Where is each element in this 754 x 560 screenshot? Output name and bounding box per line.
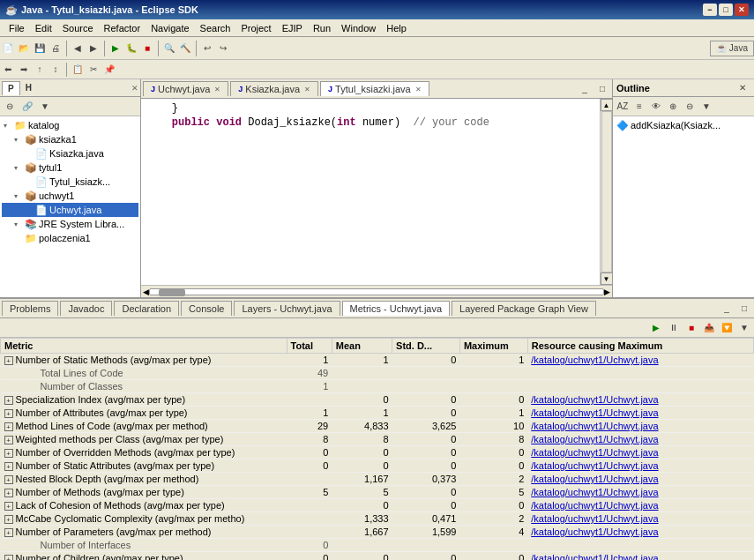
metrics-row-resource[interactable]: /katalog/uchwyt1/Uchwyt.java xyxy=(527,552,753,561)
tab-javadoc[interactable]: Javadoc xyxy=(60,301,112,316)
metrics-export[interactable]: 📤 xyxy=(701,320,717,336)
toggle-katalog[interactable]: ▾ xyxy=(4,122,14,130)
metrics-expand-btn[interactable]: + xyxy=(4,515,13,524)
toolbar-debug[interactable]: 🐛 xyxy=(123,41,139,56)
outline-close[interactable]: ✕ xyxy=(735,80,750,96)
tb2-4[interactable]: ↕ xyxy=(48,62,63,78)
outline-menu[interactable]: ▼ xyxy=(698,99,714,115)
tab-uchwyt-close[interactable]: ✕ xyxy=(214,86,220,93)
tab-uchwyt[interactable]: J Uchwyt.java ✕ xyxy=(143,81,228,96)
tab-layered-graph[interactable]: Layered Package Graph View xyxy=(452,301,596,316)
metrics-resource-link[interactable]: /katalog/uchwyt1/Uchwyt.java xyxy=(531,474,658,484)
scroll-up-btn[interactable]: ▲ xyxy=(601,99,613,111)
tab-ksiazka[interactable]: J Ksiazka.java ✕ xyxy=(230,81,318,96)
scroll-track-v[interactable] xyxy=(601,111,612,273)
metrics-row-resource[interactable]: /katalog/uchwyt1/Uchwyt.java xyxy=(527,354,753,367)
metrics-resource-link[interactable]: /katalog/uchwyt1/Uchwyt.java xyxy=(531,407,658,418)
tab-tytul[interactable]: J Tytul_ksiazki.java ✕ xyxy=(320,81,429,96)
metrics-row-resource[interactable]: /katalog/uchwyt1/Uchwyt.java xyxy=(527,459,753,473)
tree-item-katalog[interactable]: ▾ 📁 katalog xyxy=(2,118,138,132)
toolbar-back[interactable]: ◀ xyxy=(70,41,86,56)
metrics-scroll[interactable]: Metric Total Mean Std. D... Maximum Reso… xyxy=(0,338,754,560)
menu-window[interactable]: Window xyxy=(336,21,381,35)
metrics-expand-btn[interactable]: + xyxy=(4,436,13,444)
bottom-minimize[interactable]: _ xyxy=(719,301,735,317)
close-button[interactable]: ✕ xyxy=(735,4,749,16)
metrics-expand-btn[interactable]: + xyxy=(4,422,13,431)
menu-run[interactable]: Run xyxy=(308,21,336,35)
metrics-row-resource[interactable]: /katalog/uchwyt1/Uchwyt.java xyxy=(527,407,753,420)
tab-layers[interactable]: Layers - Uchwyt.java xyxy=(234,301,340,316)
metrics-filter[interactable]: 🔽 xyxy=(719,320,735,336)
col-total[interactable]: Total xyxy=(287,339,332,354)
tb2-5[interactable]: 📋 xyxy=(70,62,86,78)
scroll-track-h[interactable] xyxy=(149,288,604,295)
tree-item-uchwyt-java[interactable]: 📄 Uchwyt.java xyxy=(2,203,138,217)
bottom-maximize[interactable]: □ xyxy=(736,301,752,317)
outline-item-addksiazka[interactable]: 🔷 addKsiazka(Ksiazk... xyxy=(615,118,752,132)
metrics-run[interactable]: ▶ xyxy=(648,320,664,336)
toolbar-undo[interactable]: ↩ xyxy=(199,41,215,56)
tree-item-tytul-java[interactable]: 📄 Tytul_ksiazk... xyxy=(2,175,138,189)
tree-item-tytul1[interactable]: ▾ 📦 tytul1 xyxy=(2,161,138,175)
metrics-resource-link[interactable]: /katalog/uchwyt1/Uchwyt.java xyxy=(531,434,658,444)
tab-problems[interactable]: Problems xyxy=(2,301,58,316)
tree-item-polaczenia[interactable]: 📁 polaczenia1 xyxy=(2,231,138,245)
scroll-left-btn[interactable]: ◀ xyxy=(143,287,149,296)
toolbar-java-perspective[interactable]: ☕ Java xyxy=(710,41,754,56)
tab-declaration[interactable]: Declaration xyxy=(114,301,179,316)
tb2-7[interactable]: 📌 xyxy=(101,62,117,78)
metrics-resource-link[interactable]: /katalog/uchwyt1/Uchwyt.java xyxy=(531,460,658,471)
metrics-expand-btn[interactable]: + xyxy=(4,409,13,418)
tree-item-ksiazka-java[interactable]: 📄 Ksiazka.java xyxy=(2,146,138,161)
menu-ejip[interactable]: EJIP xyxy=(277,21,308,35)
menu-refactor[interactable]: Refactor xyxy=(99,21,146,35)
tab-tytul-close[interactable]: ✕ xyxy=(415,86,422,93)
sidebar-tab-p[interactable]: P xyxy=(2,81,20,95)
metrics-expand-btn[interactable]: + xyxy=(4,502,13,511)
menu-source[interactable]: Source xyxy=(57,21,99,35)
tb2-1[interactable]: ⬅ xyxy=(0,62,16,78)
tree-item-uchwyt1[interactable]: ▾ 📦 uchwyt1 xyxy=(2,189,138,203)
menu-file[interactable]: File xyxy=(4,21,30,35)
metrics-resource-link[interactable]: /katalog/uchwyt1/Uchwyt.java xyxy=(531,500,658,511)
metrics-resource-link[interactable]: /katalog/uchwyt1/Uchwyt.java xyxy=(531,421,658,431)
metrics-pause[interactable]: ⏸ xyxy=(666,320,682,336)
metrics-stop[interactable]: ■ xyxy=(683,320,699,336)
editor-minimize[interactable]: _ xyxy=(577,81,593,97)
editor-maximize[interactable]: □ xyxy=(594,81,610,97)
metrics-resource-link[interactable]: /katalog/uchwyt1/Uchwyt.java xyxy=(531,553,658,560)
col-metric[interactable]: Metric xyxy=(1,339,287,354)
toggle-jre[interactable]: ▾ xyxy=(14,220,25,228)
menu-edit[interactable]: Edit xyxy=(30,21,57,35)
menu-project[interactable]: Project xyxy=(235,21,276,35)
tb2-6[interactable]: ✂ xyxy=(86,62,101,78)
metrics-row-resource[interactable]: /katalog/uchwyt1/Uchwyt.java xyxy=(527,499,753,512)
scroll-down-btn[interactable]: ▼ xyxy=(601,273,613,285)
tab-metrics[interactable]: Metrics - Uchwyt.java xyxy=(342,301,451,316)
metrics-row-resource[interactable]: /katalog/uchwyt1/Uchwyt.java xyxy=(527,446,753,459)
metrics-resource-link[interactable]: /katalog/uchwyt1/Uchwyt.java xyxy=(531,487,658,497)
toolbar-build[interactable]: 🔨 xyxy=(177,41,193,56)
toolbar-stop[interactable]: ■ xyxy=(139,41,155,56)
metrics-expand-btn[interactable]: + xyxy=(4,462,13,471)
maximize-button[interactable]: □ xyxy=(719,4,733,16)
editor-code[interactable]: } public void Dodaj_ksiazke(int numer) /… xyxy=(141,99,600,285)
minimize-button[interactable]: − xyxy=(703,4,717,16)
metrics-row-resource[interactable] xyxy=(527,367,753,380)
metrics-expand-btn[interactable]: + xyxy=(4,475,13,484)
toolbar-search[interactable]: 🔍 xyxy=(161,41,177,56)
metrics-row-resource[interactable]: /katalog/uchwyt1/Uchwyt.java xyxy=(527,486,753,499)
outline-expand[interactable]: ⊕ xyxy=(665,99,681,115)
menu-navigate[interactable]: Navigate xyxy=(146,21,194,35)
outline-collapse[interactable]: ⊖ xyxy=(682,99,698,115)
menu-help[interactable]: Help xyxy=(381,21,412,35)
metrics-row-resource[interactable]: /katalog/uchwyt1/Uchwyt.java xyxy=(527,433,753,446)
menu-search[interactable]: Search xyxy=(195,21,236,35)
col-max[interactable]: Maximum xyxy=(459,339,527,354)
metrics-expand-btn[interactable]: + xyxy=(4,489,13,497)
col-resource[interactable]: Resource causing Maximum xyxy=(527,339,753,354)
metrics-expand-btn[interactable]: + xyxy=(4,555,13,560)
metrics-row-resource[interactable]: /katalog/uchwyt1/Uchwyt.java xyxy=(527,526,753,539)
tree-item-jre[interactable]: ▾ 📚 JRE System Libra... xyxy=(2,217,138,231)
